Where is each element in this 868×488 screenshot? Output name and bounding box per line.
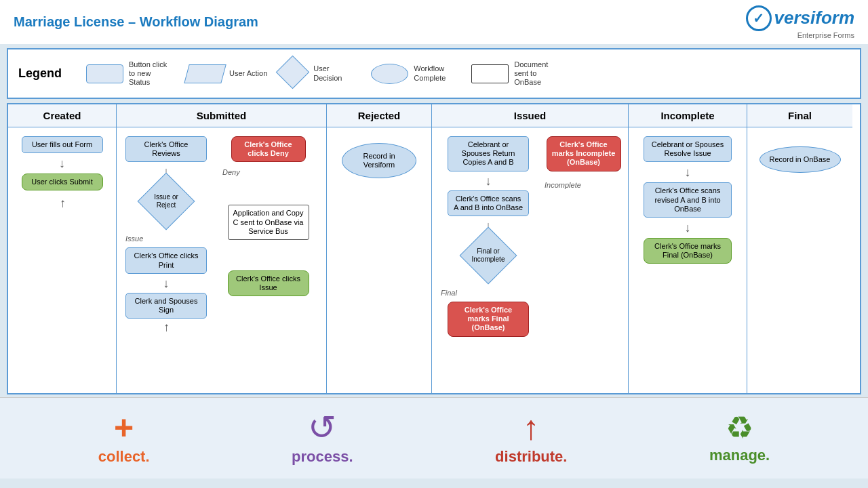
submitted-layout: Clerk's Office Reviews ↓ Issue or Reject: [122, 136, 321, 334]
node-issue-reject: Issue or Reject: [138, 173, 195, 230]
issued-left: Celebrant or Spouses Return Copies A and…: [437, 136, 539, 337]
final-flow: Record in OnBase: [753, 146, 847, 173]
col-incomplete-header: Incomplete: [629, 104, 747, 127]
final-label-area: Final: [441, 286, 457, 298]
col-rejected-body: Record in Versiform: [327, 127, 431, 393]
col-incomplete-body: Celebrant or Spouses Resolve Issue ↓ Cle…: [629, 127, 747, 393]
footer-manage: ♻ manage.: [709, 412, 770, 464]
main-container: Marriage License – Workflow Diagram ✓ ve…: [0, 0, 868, 488]
arrow-down-incomplete2: ↓: [685, 222, 691, 234]
col-rejected-header: Rejected: [327, 104, 431, 127]
submitted-right: Clerk's Office clicks Deny Deny Applicat…: [216, 136, 321, 334]
versiform-logo: ✓ versiform Enterprise Forms: [746, 5, 855, 39]
footer-collect: + collect.: [98, 411, 150, 466]
legend-item-action: User Action: [186, 64, 267, 83]
legend-diamond-container: [281, 60, 308, 87]
collect-label: collect.: [98, 448, 150, 466]
node-record-versiform: Record in Versiform: [342, 143, 416, 178]
node-clerks-scans: Clerk's Office scans A and B into OnBase: [448, 190, 529, 216]
legend-diamond-shape: [276, 55, 309, 88]
legend-parallelogram-shape: [184, 64, 226, 83]
node-user-clicks-submit: User clicks Submit: [22, 174, 103, 190]
manage-label: manage.: [709, 447, 770, 464]
distribute-icon: ↑: [523, 411, 540, 445]
diamond-container: Issue or Reject: [142, 181, 190, 228]
col-submitted-body: Clerk's Office Reviews ↓ Issue or Reject: [117, 127, 326, 393]
node-celebrant-return: Celebrant or Spouses Return Copies A and…: [448, 136, 529, 171]
node-clerks-marks-final: Clerk's Office marks Final (OnBase): [448, 302, 529, 337]
col-issued-body: Celebrant or Spouses Return Copies A and…: [432, 127, 628, 393]
legend-item-decision: User Decision: [281, 60, 357, 87]
col-issued: Issued Celebrant or Spouses Return Copie…: [432, 104, 629, 393]
distribute-label: distribute.: [495, 448, 567, 466]
node-clerks-reviews: Clerk's Office Reviews: [125, 136, 207, 162]
legend-oval-shape: [371, 64, 408, 84]
col-created-body: User fills out Form ↓ User clicks Submit…: [8, 127, 116, 393]
arrow-down-incomplete1: ↓: [685, 166, 691, 178]
col-submitted: Submitted Clerk's Office Reviews ↓ Issue…: [117, 104, 327, 393]
label-deny: Deny: [222, 168, 240, 176]
label-final: Final: [441, 289, 457, 297]
deny-label-area: Deny: [222, 165, 240, 178]
incomplete-label-area: Incomplete: [545, 178, 581, 190]
node-final-incomplete: Final or Incomplete: [460, 227, 517, 285]
legend-rect-shape: [86, 64, 123, 83]
arrow-down-1: ↓: [59, 157, 65, 169]
label-issue: Issue: [125, 235, 143, 243]
diamond-label: Issue or Reject: [148, 193, 185, 209]
arrow-right-3: →: [160, 322, 172, 334]
legend-bar: Legend Button click to new Status User A…: [7, 48, 861, 99]
node-clerks-issue: Clerk's Office clicks Issue: [228, 270, 309, 296]
col-rejected: Rejected Record in Versiform: [327, 104, 432, 393]
arrow-right-to-submitted: →: [56, 198, 68, 210]
legend-item-complete: Workflow Complete: [371, 64, 458, 84]
arrow-down-3: ↓: [163, 277, 170, 289]
diamond-final-container: Final or Incomplete: [465, 235, 512, 283]
workflow-area: Created User fills out Form ↓ User click…: [7, 103, 861, 394]
legend-action-label: User Action: [229, 69, 267, 78]
issue-label-area: Issue: [125, 232, 143, 244]
col-created-header: Created: [8, 104, 116, 127]
node-celebrant-resolve: Celebrant or Spouses Resolve Issue: [644, 136, 732, 162]
legend-decision-label: User Decision: [313, 64, 357, 82]
logo-subtitle: Enterprise Forms: [797, 31, 854, 39]
col-submitted-header: Submitted: [117, 104, 326, 127]
legend-item-button: Button click to new Status: [86, 60, 173, 87]
footer-process: ↺ process.: [292, 411, 353, 466]
label-incomplete: Incomplete: [545, 181, 581, 189]
footer-distribute: ↑ distribute.: [495, 411, 567, 466]
node-clerk-spouses-sign: Clerk and Spouses Sign: [125, 293, 207, 319]
node-user-fills-form: User fills out Form: [22, 136, 103, 153]
submitted-left: Clerk's Office Reviews ↓ Issue or Reject: [122, 136, 210, 334]
col-final-header: Final: [747, 104, 852, 127]
col-final: Final Record in OnBase: [747, 104, 852, 393]
legend-title: Legend: [18, 66, 73, 81]
incomplete-flow: Celebrant or Spouses Resolve Issue ↓ Cle…: [634, 136, 741, 264]
node-clerks-marks-final2: Clerk's Office marks Final (OnBase): [644, 238, 732, 264]
process-label: process.: [292, 448, 353, 466]
col-created: Created User fills out Form ↓ User click…: [8, 104, 117, 393]
legend-complete-label: Workflow Complete: [414, 64, 458, 82]
legend-item-doc: Document sent to OnBase: [471, 60, 558, 87]
node-record-onbase: Record in OnBase: [760, 146, 841, 173]
issued-layout: Celebrant or Spouses Return Copies A and…: [437, 136, 623, 337]
node-app-copy: Application and Copy C sent to OnBase vi…: [228, 205, 309, 240]
created-flow: User fills out Form ↓ User clicks Submit…: [14, 136, 111, 210]
legend-doc-shape: [471, 64, 509, 83]
rejected-flow: Record in Versiform: [332, 143, 426, 178]
diamond-final-label: Final or Incomplete: [470, 247, 507, 264]
node-clerks-deny: Clerk's Office clicks Deny: [231, 136, 306, 162]
logo-name: versiform: [774, 7, 855, 28]
node-clerks-scans-revised: Clerk's Office scans revised A and B int…: [644, 182, 732, 218]
col-final-body: Record in OnBase: [747, 127, 852, 393]
legend-doc-label: Document sent to OnBase: [514, 60, 558, 87]
col-incomplete: Incomplete Celebrant or Spouses Resolve …: [629, 104, 747, 393]
arrow-down-issued1: ↓: [486, 175, 492, 187]
footer: + collect. ↺ process. ↑ distribute. ♻ ma…: [0, 397, 868, 479]
node-clerks-incomplete: Clerk's Office marks Incomplete (OnBase): [547, 136, 621, 171]
col-issued-header: Issued: [432, 104, 628, 127]
logo-circle: ✓: [746, 5, 772, 31]
header: Marriage License – Workflow Diagram ✓ ve…: [0, 0, 868, 44]
manage-icon: ♻: [726, 412, 753, 443]
logo-checkmark-icon: ✓: [753, 10, 764, 26]
